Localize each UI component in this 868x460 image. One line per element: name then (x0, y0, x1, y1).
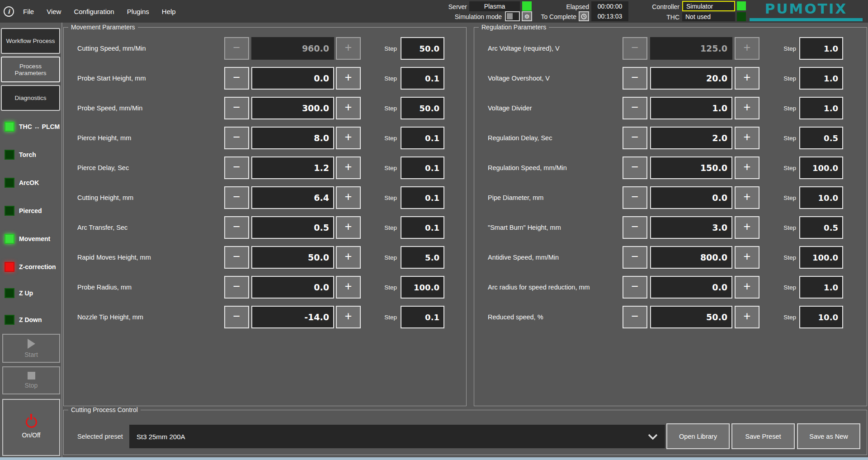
sidebar-tab-diagnostics[interactable]: Diagnostics (1, 85, 60, 111)
value-field[interactable]: 6.4 (251, 186, 334, 209)
decrement-button[interactable]: − (623, 246, 647, 269)
decrement-button[interactable]: − (623, 186, 647, 209)
decrement-button[interactable]: − (224, 306, 249, 328)
step-field[interactable]: 100.0 (799, 246, 843, 269)
decrement-button[interactable]: − (623, 127, 647, 149)
decrement-button[interactable]: − (623, 276, 647, 299)
increment-button[interactable]: + (735, 67, 760, 90)
step-field[interactable]: 0.1 (401, 186, 444, 209)
increment-button[interactable]: + (336, 156, 361, 179)
value-field[interactable]: 300.0 (251, 97, 334, 119)
increment-button[interactable]: + (336, 127, 361, 149)
increment-button[interactable]: + (735, 127, 760, 149)
info-icon[interactable]: i (4, 6, 14, 17)
value-field[interactable]: 50.0 (251, 246, 334, 269)
decrement-button[interactable]: − (224, 127, 249, 149)
value-field[interactable]: 125.0 (650, 37, 732, 60)
decrement-button[interactable]: − (224, 37, 249, 60)
to-complete-clock-button[interactable] (579, 11, 589, 21)
increment-button[interactable]: + (336, 37, 361, 60)
increment-button[interactable]: + (336, 67, 361, 90)
step-field[interactable]: 0.5 (799, 127, 843, 149)
step-field[interactable]: 1.0 (799, 67, 843, 90)
value-field[interactable]: 20.0 (650, 67, 732, 90)
increment-button[interactable]: + (735, 216, 760, 239)
start-button[interactable]: Start (2, 334, 60, 363)
decrement-button[interactable]: − (623, 67, 647, 90)
step-field[interactable]: 1.0 (799, 37, 843, 60)
increment-button[interactable]: + (735, 276, 760, 299)
simulation-mode-toggle[interactable] (505, 11, 520, 21)
value-field[interactable]: 50.0 (650, 306, 732, 328)
increment-button[interactable]: + (336, 306, 361, 328)
step-field[interactable]: 100.0 (401, 276, 444, 299)
increment-button[interactable]: + (735, 186, 760, 209)
step-field[interactable]: 0.1 (401, 156, 444, 179)
decrement-button[interactable]: − (224, 186, 249, 209)
decrement-button[interactable]: − (623, 306, 647, 328)
increment-button[interactable]: + (336, 276, 361, 299)
value-field[interactable]: 1.0 (650, 97, 732, 119)
decrement-button[interactable]: − (224, 97, 249, 119)
increment-button[interactable]: + (735, 97, 760, 119)
value-field[interactable]: 8.0 (251, 127, 334, 149)
step-field[interactable]: 1.0 (799, 97, 843, 119)
step-field[interactable]: 10.0 (799, 306, 843, 328)
value-field[interactable]: 0.5 (251, 216, 334, 239)
step-field[interactable]: 5.0 (401, 246, 444, 269)
decrement-button[interactable]: − (224, 216, 249, 239)
increment-button[interactable]: + (336, 246, 361, 269)
thc-mode-select[interactable]: Not used (682, 12, 735, 21)
value-field[interactable]: 0.0 (650, 276, 732, 299)
menu-item-view[interactable]: View (40, 5, 67, 18)
decrement-button[interactable]: − (224, 246, 249, 269)
value-field[interactable]: 0.0 (251, 276, 334, 299)
step-field[interactable]: 0.1 (401, 306, 444, 328)
increment-button[interactable]: + (735, 306, 760, 328)
step-field[interactable]: 50.0 (401, 37, 444, 60)
step-field[interactable]: 0.1 (401, 127, 444, 149)
step-field[interactable]: 0.1 (401, 67, 444, 90)
menu-item-plugins[interactable]: Plugins (121, 5, 156, 18)
menu-item-help[interactable]: Help (156, 5, 182, 18)
increment-button[interactable]: + (735, 156, 760, 179)
value-field[interactable]: 0.0 (650, 186, 732, 209)
menu-item-configuration[interactable]: Configuration (67, 5, 120, 18)
decrement-button[interactable]: − (623, 156, 647, 179)
save-as-new-button[interactable]: Save as New (797, 423, 860, 449)
sidebar-tab-workflow-process[interactable]: Workflow Process (1, 28, 60, 54)
decrement-button[interactable]: − (623, 97, 647, 119)
value-field[interactable]: 800.0 (650, 246, 732, 269)
value-field[interactable]: 1.2 (251, 156, 334, 179)
step-field[interactable]: 0.1 (401, 216, 444, 239)
stop-button[interactable]: Stop (2, 366, 60, 394)
increment-button[interactable]: + (735, 37, 760, 60)
step-field[interactable]: 1.0 (799, 276, 843, 299)
increment-button[interactable]: + (336, 186, 361, 209)
decrement-button[interactable]: − (224, 67, 249, 90)
increment-button[interactable]: + (735, 246, 760, 269)
step-field[interactable]: 0.5 (799, 216, 843, 239)
value-field[interactable]: -14.0 (251, 306, 334, 328)
decrement-button[interactable]: − (224, 276, 249, 299)
preset-dropdown[interactable]: St3 25mm 200A (129, 425, 665, 448)
value-field[interactable]: 3.0 (650, 216, 732, 239)
value-field[interactable]: 0.0 (251, 67, 334, 90)
decrement-button[interactable]: − (623, 216, 647, 239)
value-field[interactable]: 2.0 (650, 127, 732, 149)
value-field[interactable]: 960.0 (251, 37, 334, 60)
increment-button[interactable]: + (336, 97, 361, 119)
server-select[interactable]: Plasma (469, 1, 520, 11)
step-field[interactable]: 50.0 (401, 97, 444, 119)
decrement-button[interactable]: − (224, 156, 249, 179)
step-field[interactable]: 100.0 (799, 156, 843, 179)
onoff-button[interactable]: On/Off (2, 399, 60, 456)
save-preset-button[interactable]: Save Preset (731, 423, 795, 449)
menu-item-file[interactable]: File (17, 5, 40, 18)
controller-select[interactable]: Simulator (682, 1, 735, 11)
sidebar-tab-process-parameters[interactable]: Process Parameters (1, 57, 60, 82)
decrement-button[interactable]: − (623, 37, 647, 60)
value-field[interactable]: 150.0 (650, 156, 732, 179)
increment-button[interactable]: + (336, 216, 361, 239)
open-library-button[interactable]: Open Library (666, 423, 730, 449)
